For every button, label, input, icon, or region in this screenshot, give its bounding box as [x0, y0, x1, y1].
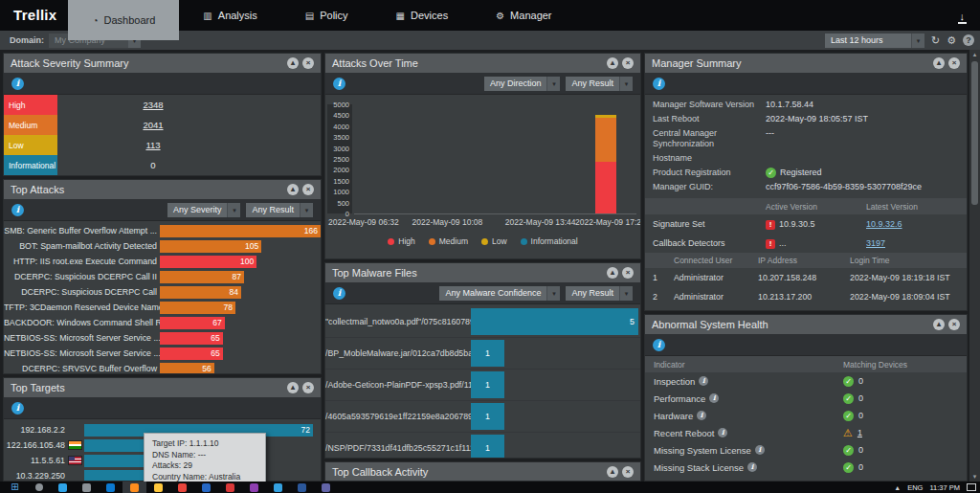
- info-icon[interactable]: i: [11, 204, 24, 216]
- close-icon[interactable]: ×: [622, 466, 634, 478]
- scroll-down-arrow-icon[interactable]: ▾: [969, 473, 980, 481]
- info-icon[interactable]: i: [697, 411, 706, 420]
- time-range-select[interactable]: Last 12 hours ▾: [825, 34, 924, 48]
- taskbar-app-icon[interactable]: [298, 483, 306, 492]
- malware-bar[interactable]: 5: [471, 308, 638, 335]
- malware-bar[interactable]: 1: [471, 340, 504, 367]
- severity-count[interactable]: 2041: [57, 120, 249, 130]
- attack-bar[interactable]: 78: [160, 302, 235, 314]
- close-icon[interactable]: ×: [302, 57, 314, 69]
- close-icon[interactable]: ×: [622, 267, 634, 279]
- scroll-up-arrow-icon[interactable]: ▴: [969, 51, 980, 58]
- attacks-over-time-bar[interactable]: [595, 115, 616, 213]
- attack-bar[interactable]: 56: [160, 363, 214, 375]
- collapse-icon[interactable]: ▴: [607, 57, 618, 69]
- filter-select-any-malware-confidence[interactable]: Any Malware Confidence▾: [439, 286, 560, 301]
- info-icon[interactable]: i: [709, 393, 719, 403]
- collapse-icon[interactable]: ▴: [933, 319, 945, 330]
- info-icon[interactable]: i: [653, 78, 665, 90]
- attack-bar[interactable]: 166: [160, 225, 321, 237]
- severity-count[interactable]: 113: [57, 140, 249, 150]
- filter-select-any-result[interactable]: Any Result▾: [566, 286, 633, 301]
- latest-version-link[interactable]: 3197: [866, 238, 959, 248]
- collapse-icon[interactable]: ▴: [607, 466, 618, 478]
- severity-count[interactable]: 2348: [57, 100, 249, 110]
- windows-start-icon[interactable]: ⊞: [11, 482, 18, 492]
- tab-devices[interactable]: ▦Devices: [372, 0, 473, 31]
- taskbar-app-icon[interactable]: [322, 483, 330, 492]
- taskbar-app-icon[interactable]: [202, 483, 211, 492]
- tab-analysis[interactable]: ▥Analysis: [179, 0, 280, 31]
- column-header: Indicator: [654, 360, 843, 370]
- close-icon[interactable]: ×: [948, 57, 960, 69]
- column-middle: Attacks Over Time ▴ × i Any Direction▾An…: [324, 53, 641, 482]
- attack-bar[interactable]: 87: [160, 271, 244, 283]
- attack-bar[interactable]: 100: [160, 256, 256, 268]
- warning-icon: ⚠: [843, 428, 853, 438]
- info-icon[interactable]: i: [333, 78, 345, 90]
- settings-gear-icon[interactable]: ⚙: [947, 35, 956, 46]
- attack-bar[interactable]: 65: [160, 332, 223, 345]
- filter-select-any-severity[interactable]: Any Severity▾: [167, 203, 241, 217]
- tab-manager[interactable]: ⚙Manager: [472, 0, 575, 31]
- latest-version-link[interactable]: 10.9.32.6: [866, 219, 959, 229]
- info-icon[interactable]: i: [653, 339, 665, 351]
- taskbar-app-icon[interactable]: [58, 483, 67, 492]
- close-icon[interactable]: ×: [948, 319, 960, 330]
- vertical-scrollbar[interactable]: ▴ ▾: [969, 50, 980, 482]
- clock[interactable]: 11:37 PM: [929, 483, 960, 492]
- info-icon[interactable]: i: [755, 445, 765, 455]
- info-icon[interactable]: i: [11, 78, 24, 90]
- domain-label: Domain:: [10, 35, 44, 45]
- column-header: Latest Version: [866, 202, 959, 212]
- attack-row: DCERPC: Suspicious DCERPC Call II87: [4, 269, 321, 284]
- filter-select-any-direction[interactable]: Any Direction▾: [484, 77, 561, 91]
- info-icon[interactable]: i: [718, 428, 727, 437]
- attack-bar[interactable]: 65: [160, 347, 223, 360]
- collapse-icon[interactable]: ▴: [287, 382, 299, 393]
- close-icon[interactable]: ×: [622, 57, 634, 69]
- taskbar-app-icon[interactable]: [178, 483, 187, 492]
- panel-attack-severity-summary: Attack Severity Summary ▴ × i High2348Me…: [3, 53, 322, 176]
- health-indicator: Hardwarei: [654, 411, 843, 421]
- scrollbar-thumb[interactable]: [971, 61, 978, 205]
- chart-legend: HighMediumLowInformational: [325, 236, 640, 246]
- tab-policy[interactable]: ▤Policy: [281, 0, 372, 31]
- taskbar-app-icon[interactable]: [154, 483, 163, 492]
- download-icon[interactable]: ↓: [958, 11, 968, 24]
- tray-expand-icon[interactable]: ▲: [894, 484, 901, 491]
- tab-dashboard[interactable]: ◔Dashboard: [68, 0, 179, 40]
- collapse-icon[interactable]: ▴: [607, 267, 618, 279]
- filter-select-any-result[interactable]: Any Result▾: [246, 203, 313, 217]
- attack-bar[interactable]: 84: [160, 286, 241, 299]
- taskbar-app-icon[interactable]: [250, 483, 258, 492]
- info-icon[interactable]: i: [333, 287, 345, 300]
- taskbar-app-icon[interactable]: [130, 483, 139, 492]
- trellix-logo[interactable]: Trellix: [13, 7, 56, 23]
- notifications-icon[interactable]: [967, 483, 976, 491]
- close-icon[interactable]: ×: [302, 382, 314, 393]
- collapse-icon[interactable]: ▴: [287, 57, 299, 69]
- legend-dot: [388, 238, 394, 245]
- taskbar-app-icon[interactable]: [82, 483, 91, 492]
- device-count[interactable]: 1: [858, 428, 862, 437]
- info-icon[interactable]: i: [747, 462, 757, 472]
- refresh-icon[interactable]: ↻: [931, 35, 940, 46]
- filter-select-any-result[interactable]: Any Result▾: [566, 77, 633, 91]
- malware-bar[interactable]: 1: [471, 371, 504, 398]
- info-icon[interactable]: i: [699, 376, 708, 386]
- taskbar-app-icon[interactable]: [226, 483, 234, 492]
- attack-bar[interactable]: 67: [160, 317, 225, 329]
- help-icon[interactable]: ?: [963, 34, 974, 46]
- attack-bar[interactable]: 105: [160, 240, 261, 253]
- taskbar-app-icon[interactable]: [274, 483, 282, 492]
- search-icon[interactable]: [35, 483, 43, 491]
- collapse-icon[interactable]: ▴: [287, 184, 299, 195]
- malware-bar[interactable]: 1: [471, 435, 504, 459]
- taskbar-app-icon[interactable]: [106, 483, 115, 492]
- language-indicator[interactable]: ENG: [907, 483, 923, 492]
- collapse-icon[interactable]: ▴: [933, 57, 945, 69]
- close-icon[interactable]: ×: [302, 184, 314, 195]
- malware-bar[interactable]: 1: [471, 403, 504, 430]
- info-icon[interactable]: i: [11, 402, 24, 415]
